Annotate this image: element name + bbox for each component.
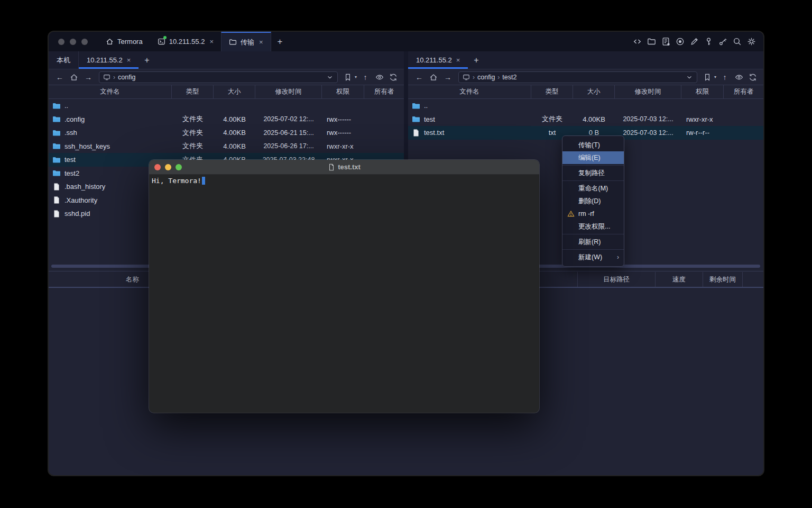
home-icon — [70, 73, 78, 81]
maximize-window-button[interactable] — [81, 39, 88, 45]
table-row[interactable]: test 文件夹 4.00KB 2025-07-03 12:... rwxr-x… — [408, 113, 763, 126]
menu-item-rename[interactable]: 重命名(M) — [562, 182, 624, 195]
computer-icon — [463, 74, 470, 81]
close-tab-icon[interactable]: × — [259, 38, 263, 46]
close-window-button[interactable] — [58, 39, 64, 45]
column-header[interactable]: 文件名 — [408, 85, 531, 98]
log-button[interactable] — [661, 37, 670, 46]
column-header[interactable]: 剩余时间 — [703, 272, 743, 287]
tab-termora[interactable]: Termora — [98, 32, 150, 51]
refresh-icon — [749, 73, 757, 81]
close-tab-icon[interactable]: × — [209, 38, 214, 46]
bookmark-caret[interactable]: ▾ — [714, 75, 716, 79]
column-header[interactable]: 大小 — [214, 85, 255, 98]
home-button[interactable] — [429, 73, 438, 81]
bookmark-button[interactable] — [703, 73, 712, 81]
maximize-window-button[interactable] — [176, 164, 182, 170]
edit-button[interactable] — [690, 37, 699, 46]
bookmark-button[interactable] — [344, 73, 352, 81]
column-header[interactable]: 权限 — [681, 85, 724, 98]
column-header[interactable]: 速度 — [656, 272, 703, 287]
show-hidden-button[interactable] — [375, 73, 384, 81]
tab-left-host[interactable]: 10.211.55.2 × — [79, 51, 139, 69]
menu-item-edit[interactable]: 编辑(E) — [562, 151, 624, 164]
breadcrumb-separator: › — [113, 74, 115, 81]
menu-item-delete[interactable]: 删除(D) — [562, 195, 624, 207]
column-header[interactable]: 修改时间 — [255, 85, 322, 98]
column-header[interactable]: 文件名 — [49, 85, 172, 98]
column-header[interactable]: 修改时间 — [615, 85, 681, 98]
column-header[interactable]: 类型 — [172, 85, 214, 98]
code-button[interactable] — [633, 37, 642, 46]
menu-item-refresh[interactable]: 刷新(R) — [562, 235, 624, 248]
home-icon — [106, 38, 114, 46]
breadcrumb-item[interactable]: config — [477, 74, 495, 81]
right-breadcrumb[interactable]: › config › test2 — [458, 71, 697, 83]
editor-text-area[interactable]: Hi, Termora! — [149, 175, 539, 187]
refresh-button[interactable] — [389, 73, 398, 81]
column-header[interactable]: 所有者 — [724, 85, 763, 98]
column-header[interactable]: 权限 — [322, 85, 364, 98]
tab-local[interactable]: 本机 — [49, 51, 79, 69]
new-panel-tab-button[interactable]: + — [468, 51, 484, 69]
show-hidden-button[interactable] — [735, 73, 743, 81]
titlebar-tabs: Termora 10.211.55.2 × 传输 × + — [98, 32, 289, 51]
search-button[interactable] — [733, 37, 742, 46]
table-row[interactable]: .config 文件夹 4.00KB 2025-07-02 12:... rwx… — [49, 113, 404, 126]
minimize-window-button[interactable] — [165, 164, 171, 170]
menu-item-rm-rf[interactable]: rm -rf — [562, 207, 624, 220]
tab-transfer[interactable]: 传输 × — [221, 32, 271, 51]
file-type-cell: 文件夹 — [172, 141, 214, 151]
breadcrumb-dropdown[interactable] — [686, 74, 693, 81]
back-button[interactable]: ← — [53, 73, 66, 81]
new-tab-button[interactable]: + — [271, 32, 289, 51]
table-row[interactable]: .ssh 文件夹 4.00KB 2025-06-21 15:... rwx---… — [49, 126, 404, 140]
right-toolbar: ← → › config › test2 ▾ ↑ — [408, 69, 763, 85]
menu-item-new[interactable]: 新建(W) › — [562, 251, 624, 264]
table-row[interactable]: ssh_host_keys 文件夹 4.00KB 2025-06-26 17:.… — [49, 140, 404, 153]
file-type-cell: 文件夹 — [531, 114, 573, 124]
new-panel-tab-button[interactable]: + — [139, 51, 155, 69]
column-header[interactable]: 类型 — [531, 85, 573, 98]
table-row[interactable]: .. — [49, 99, 404, 113]
keychain-button[interactable] — [718, 37, 727, 46]
column-header[interactable]: 大小 — [573, 85, 615, 98]
folder-icon — [52, 156, 61, 164]
log-icon — [661, 37, 670, 46]
search-icon — [733, 37, 742, 46]
column-header[interactable]: 所有者 — [364, 85, 404, 98]
tab-right-host[interactable]: 10.211.55.2 × — [408, 51, 468, 69]
key-button[interactable] — [704, 37, 713, 46]
refresh-button[interactable] — [749, 73, 757, 81]
forward-button[interactable]: → — [82, 73, 95, 81]
left-breadcrumb[interactable]: › config — [99, 71, 338, 83]
text-cursor — [202, 177, 205, 185]
tab-host[interactable]: 10.211.55.2 × — [150, 32, 221, 51]
column-header[interactable]: 目标路径 — [578, 272, 656, 287]
settings-button[interactable] — [747, 37, 756, 46]
record-button[interactable] — [676, 37, 685, 46]
minimize-window-button[interactable] — [70, 39, 76, 45]
close-window-button[interactable] — [154, 164, 161, 170]
bookmark-caret[interactable]: ▾ — [355, 75, 357, 79]
menu-separator — [562, 165, 624, 166]
up-directory-button[interactable]: ↑ — [359, 73, 372, 81]
left-toolbar: ← → › config ▾ ↑ — [49, 69, 404, 85]
breadcrumb-dropdown[interactable] — [326, 74, 334, 81]
folder-button[interactable] — [647, 37, 656, 46]
home-button[interactable] — [70, 73, 78, 81]
editor-titlebar[interactable]: test.txt — [149, 160, 539, 175]
breadcrumb-item[interactable]: test2 — [502, 74, 516, 81]
up-directory-button[interactable]: ↑ — [718, 73, 731, 81]
breadcrumb-item[interactable]: config — [118, 74, 135, 81]
menu-item-copy-path[interactable]: 复制路径 — [562, 167, 624, 179]
table-row[interactable]: .. — [408, 99, 763, 113]
menu-item-transfer[interactable]: 传输(T) — [562, 139, 624, 151]
close-tab-icon[interactable]: × — [127, 56, 131, 64]
right-file-list: .. test 文件夹 4.00KB 2025-07-03 12:... rwx… — [408, 99, 763, 140]
back-button[interactable]: ← — [413, 73, 426, 81]
close-tab-icon[interactable]: × — [456, 56, 460, 64]
file-modified-cell: 2025-06-21 15:... — [255, 129, 322, 137]
forward-button[interactable]: → — [441, 73, 454, 81]
menu-item-chmod[interactable]: 更改权限... — [562, 220, 624, 233]
